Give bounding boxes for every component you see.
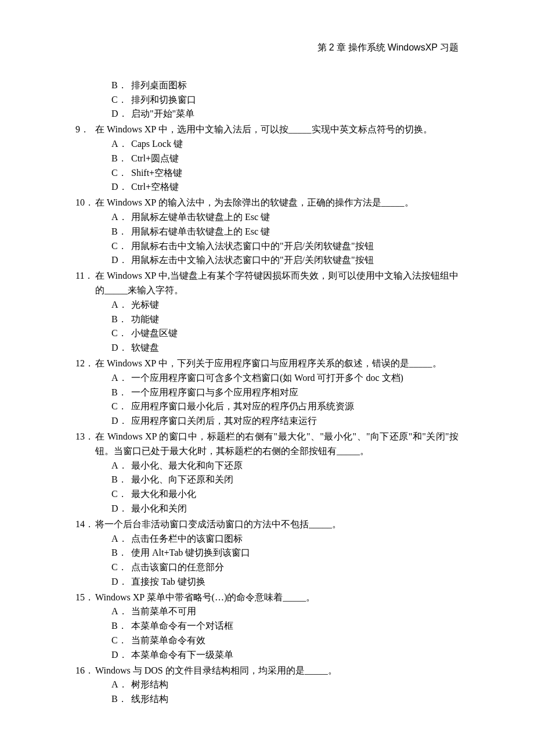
option-item: D． 启动"开始"菜单 <box>111 107 459 121</box>
question-number: 10． <box>75 196 95 210</box>
question-number: 13． <box>75 430 95 444</box>
option-item: B．使用 Alt+Tab 键切换到该窗口 <box>111 546 459 560</box>
option-letter: B． <box>111 386 131 400</box>
header-prefix: 第 <box>317 42 327 52</box>
option-item: D．本菜单命令有下一级菜单 <box>111 648 459 663</box>
header-title-rest: 操作系统 <box>348 42 385 52</box>
option-item: C．应用程序窗口最小化后，其对应的程序仍占用系统资源 <box>111 399 459 414</box>
option-text: 应用程序窗口关闭后，其对应的程序结束运行 <box>131 414 317 429</box>
option-item: B．本菜单命令有一个对话框 <box>111 619 459 633</box>
option-letter: B． <box>111 692 131 707</box>
option-letter: A． <box>111 459 131 473</box>
option-item: B．用鼠标右键单击软键盘上的 Esc 键 <box>111 225 459 239</box>
options-list: A．光标键 B．功能键 C．小键盘区键 D．软键盘 <box>75 298 459 355</box>
option-letter: B． <box>111 152 131 166</box>
question-text: 在 Windows XP 中，选用中文输入法后，可以按_____实现中英文标点符… <box>95 123 459 137</box>
question-12: 12． 在 Windows XP 中，下列关于应用程序窗口与应用程序关系的叙述，… <box>75 357 459 429</box>
option-letter: B． <box>111 78 131 93</box>
page-header: 第 2 章 操作系统 WindowsXP 习题 <box>75 41 459 55</box>
option-item: D．Ctrl+空格键 <box>111 180 459 195</box>
option-text: 光标键 <box>131 298 159 312</box>
option-item: A．光标键 <box>111 298 459 312</box>
option-text: 最大化和最小化 <box>131 487 196 502</box>
option-letter: B． <box>111 546 131 560</box>
option-text: 最小化、向下还原和关闭 <box>131 473 233 487</box>
page: 第 2 章 操作系统 WindowsXP 习题 B． 排列桌面图标 C． 排列和… <box>0 0 534 756</box>
option-item: D．软键盘 <box>111 341 459 355</box>
option-text: 当前菜单命令有效 <box>131 633 205 648</box>
option-item: C．Shift+空格键 <box>111 166 459 181</box>
option-text: Ctrl+圆点键 <box>131 152 179 166</box>
option-item: B．最小化、向下还原和关闭 <box>111 473 459 487</box>
options-list: A．一个应用程序窗口可含多个文档窗口(如 Word 可打开多个 doc 文档) … <box>75 371 459 429</box>
option-letter: A． <box>111 604 131 619</box>
option-letter: D． <box>111 575 131 589</box>
question-number: 15． <box>75 591 95 605</box>
question-number: 16． <box>75 664 95 678</box>
option-letter: C． <box>111 399 131 414</box>
header-title-sans: WindowsXP <box>388 42 438 52</box>
option-letter: D． <box>111 648 131 663</box>
fragment-options: B． 排列桌面图标 C． 排列和切换窗口 D． 启动"开始"菜单 <box>75 78 459 121</box>
question-text: Windows 与 DOS 的文件目录结构相同，均采用的是_____。 <box>95 664 459 678</box>
question-number: 14． <box>75 517 95 532</box>
option-text: 一个应用程序窗口可含多个文档窗口(如 Word 可打开多个 doc 文档) <box>131 371 403 386</box>
option-letter: A． <box>111 210 131 225</box>
question-text: 将一个后台非活动窗口变成活动窗口的方法中不包括_____。 <box>95 517 459 532</box>
option-text: 一个应用程序窗口与多个应用程序相对应 <box>131 386 298 400</box>
option-letter: D． <box>111 180 131 195</box>
option-text: 树形结构 <box>131 678 168 692</box>
option-letter: D． <box>111 502 131 516</box>
option-letter: B． <box>111 225 131 239</box>
option-letter: A． <box>111 371 131 386</box>
options-list: A．用鼠标左键单击软键盘上的 Esc 键 B．用鼠标右键单击软键盘上的 Esc … <box>75 210 459 268</box>
questions-list: 9． 在 Windows XP 中，选用中文输入法后，可以按_____实现中英文… <box>75 123 459 707</box>
option-item: D．用鼠标左击中文输入法状态窗口中的"开启/关闭软键盘"按钮 <box>111 253 459 268</box>
option-letter: A． <box>111 532 131 546</box>
option-item: C． 排列和切换窗口 <box>111 93 459 107</box>
option-item: B．Ctrl+圆点键 <box>111 152 459 166</box>
options-list: A．点击任务栏中的该窗口图标 B．使用 Alt+Tab 键切换到该窗口 C．点击… <box>75 532 459 589</box>
option-item: A．最小化、最大化和向下还原 <box>111 459 459 473</box>
header-chapter-word: 章 <box>337 42 346 52</box>
option-letter: A． <box>111 678 131 692</box>
option-text: 最小化和关闭 <box>131 502 187 516</box>
option-letter: C． <box>111 487 131 502</box>
option-item: D．最小化和关闭 <box>111 502 459 516</box>
question-11: 11． 在 Windows XP 中,当键盘上有某个字符键因损坏而失效，则可以使… <box>75 269 459 355</box>
option-text: 使用 Alt+Tab 键切换到该窗口 <box>131 546 250 560</box>
option-text: 本菜单命令有一个对话框 <box>131 619 233 633</box>
option-item: A．一个应用程序窗口可含多个文档窗口(如 Word 可打开多个 doc 文档) <box>111 371 459 386</box>
option-item: C．小键盘区键 <box>111 326 459 341</box>
option-text: 小键盘区键 <box>131 326 178 341</box>
option-letter: C． <box>111 93 131 107</box>
question-text: 在 Windows XP 中,当键盘上有某个字符键因损坏而失效，则可以使用中文输… <box>95 269 459 298</box>
question-text: 在 Windows XP 中，下列关于应用程序窗口与应用程序关系的叙述，错误的是… <box>95 357 459 371</box>
option-text: 排列和切换窗口 <box>131 93 196 107</box>
option-text: 用鼠标右击中文输入法状态窗口中的"开启/关闭软键盘"按钮 <box>131 239 374 254</box>
option-text: Shift+空格键 <box>131 166 182 181</box>
option-letter: C． <box>111 560 131 575</box>
option-item: A．树形结构 <box>111 678 459 692</box>
option-letter: C． <box>111 326 131 341</box>
option-item: B． 排列桌面图标 <box>111 78 459 93</box>
option-text: 启动"开始"菜单 <box>131 107 194 121</box>
option-letter: D． <box>111 107 131 121</box>
question-number: 9． <box>75 123 95 137</box>
question-text: 在 Windows XP 的输入法中，为去除弹出的软键盘，正确的操作方法是___… <box>95 196 459 210</box>
options-list: A．最小化、最大化和向下还原 B．最小化、向下还原和关闭 C．最大化和最小化 D… <box>75 459 459 516</box>
option-item: D．应用程序窗口关闭后，其对应的程序结束运行 <box>111 414 459 429</box>
option-text: 用鼠标右键单击软键盘上的 Esc 键 <box>131 225 270 239</box>
question-16: 16． Windows 与 DOS 的文件目录结构相同，均采用的是_____。 … <box>75 664 459 707</box>
option-item: B．功能键 <box>111 312 459 327</box>
option-item: C．当前菜单命令有效 <box>111 633 459 648</box>
option-text: 直接按 Tab 键切换 <box>131 575 205 589</box>
option-text: 软键盘 <box>131 341 159 355</box>
option-item: A．点击任务栏中的该窗口图标 <box>111 532 459 546</box>
option-item: C．用鼠标右击中文输入法状态窗口中的"开启/关闭软键盘"按钮 <box>111 239 459 254</box>
question-number: 12． <box>75 357 95 371</box>
question-14: 14． 将一个后台非活动窗口变成活动窗口的方法中不包括_____。 A．点击任务… <box>75 517 459 589</box>
option-text: 当前菜单不可用 <box>131 604 196 619</box>
option-item: B．一个应用程序窗口与多个应用程序相对应 <box>111 386 459 400</box>
option-item: B．线形结构 <box>111 692 459 707</box>
